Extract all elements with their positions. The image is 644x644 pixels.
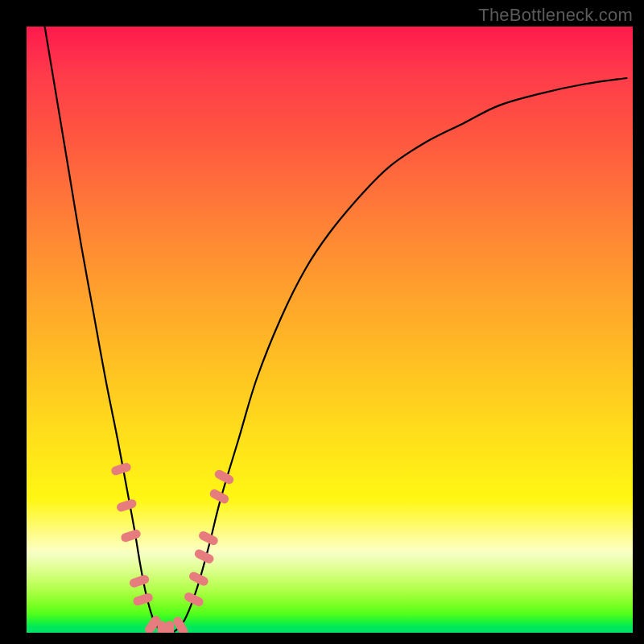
- curve-marker: [213, 469, 235, 485]
- curve-marker: [110, 462, 132, 477]
- watermark-text: TheBottleneck.com: [478, 5, 633, 26]
- curve-marker: [120, 528, 142, 543]
- curve-marker: [116, 498, 138, 513]
- curve-marker: [157, 621, 166, 633]
- curve-marker: [165, 621, 174, 633]
- plot-area: [27, 27, 633, 633]
- curve-marker: [183, 591, 204, 608]
- bottleneck-curve: [45, 27, 627, 633]
- chart-frame: TheBottleneck.com: [0, 0, 644, 644]
- curve-marker: [132, 592, 154, 606]
- curve-marker: [197, 530, 219, 547]
- curve-marker: [171, 615, 189, 633]
- curve-layer: [27, 27, 633, 633]
- curve-marker: [128, 574, 150, 588]
